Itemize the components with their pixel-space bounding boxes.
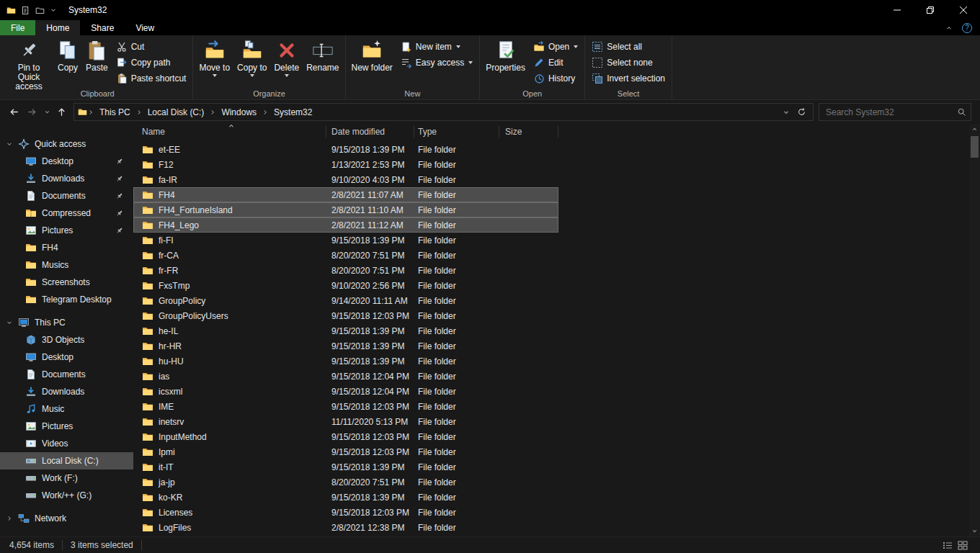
breadcrumb-item-this-pc[interactable]: This PC <box>94 104 135 120</box>
file-row-logfiles[interactable]: LogFiles2/8/2021 12:38 PMFile folder <box>133 520 558 535</box>
sidebar-item-videos[interactable]: Videos <box>0 435 133 452</box>
file-row-ime[interactable]: IME9/15/2018 12:03 PMFile folder <box>133 399 558 414</box>
details-view-icon[interactable] <box>942 539 953 551</box>
vertical-scrollbar[interactable] <box>969 124 980 536</box>
chevron-down-icon[interactable] <box>6 140 13 148</box>
file-row-f12[interactable]: F121/13/2021 2:53 PMFile folder <box>133 157 558 172</box>
paste-shortcut-button[interactable]: Paste shortcut <box>112 71 191 86</box>
sidebar-item-pictures[interactable]: Pictures <box>0 222 133 239</box>
tab-view[interactable]: View <box>125 20 165 35</box>
refresh-icon[interactable] <box>797 107 806 117</box>
move-to-button[interactable]: Move to <box>195 37 233 77</box>
breadcrumb-item-windows[interactable]: Windows <box>216 104 262 120</box>
chevron-right-icon[interactable] <box>6 515 13 522</box>
tab-home[interactable]: Home <box>35 20 80 35</box>
sidebar-item-documents[interactable]: Documents <box>0 187 133 204</box>
chevron-down-icon[interactable] <box>6 319 13 326</box>
scroll-up-icon[interactable] <box>969 124 980 135</box>
file-row-inputmethod[interactable]: InputMethod9/15/2018 12:03 PMFile folder <box>133 429 558 444</box>
select-all-button[interactable]: Select all <box>587 39 669 55</box>
sidebar-item-telegram-desktop[interactable]: Telegram Desktop <box>0 291 133 308</box>
invert-selection-button[interactable]: Invert selection <box>587 71 669 86</box>
copy-to-button[interactable]: Copy to <box>233 37 270 77</box>
breadcrumb-chevron-icon[interactable] <box>135 109 143 116</box>
sidebar-item-desktop[interactable]: Desktop <box>0 153 133 170</box>
file-row-he-il[interactable]: he-IL9/15/2018 1:39 PMFile folder <box>133 323 558 338</box>
scrollbar-track[interactable] <box>969 135 980 526</box>
paste-button[interactable]: Paste <box>82 37 112 73</box>
file-row-it-it[interactable]: it-IT9/15/2018 1:39 PMFile folder <box>133 459 558 475</box>
scroll-down-icon[interactable] <box>969 526 980 536</box>
file-row-icsxml[interactable]: icsxml9/15/2018 12:04 PMFile folder <box>133 384 558 399</box>
sidebar-item-local-disk-c[interactable]: Local Disk (C:) <box>0 452 133 469</box>
file-row-fh4-lego[interactable]: FH4_Lego2/8/2021 11:12 AMFile folder <box>133 217 558 233</box>
sidebar-item-work-g[interactable]: Work/++ (G:) <box>0 487 133 504</box>
minimize-button[interactable] <box>881 0 914 20</box>
tab-file[interactable]: File <box>0 20 35 35</box>
collapse-ribbon-icon[interactable] <box>945 24 953 32</box>
file-row-ipmi[interactable]: Ipmi9/15/2018 12:03 PMFile folder <box>133 444 558 459</box>
help-icon[interactable]: ? <box>962 23 972 33</box>
up-icon[interactable] <box>53 103 71 121</box>
breadcrumb-chevron-icon[interactable] <box>87 109 94 116</box>
breadcrumb-chevron-icon[interactable] <box>262 109 269 116</box>
sidebar-item-downloads[interactable]: Downloads <box>0 170 133 187</box>
file-row-licenses[interactable]: Licenses9/15/2018 12:03 PMFile folder <box>133 505 558 520</box>
breadcrumb-item-system32[interactable]: System32 <box>269 104 317 120</box>
search-box[interactable] <box>819 103 971 121</box>
file-row-fr-fr[interactable]: fr-FR8/20/2020 7:51 PMFile folder <box>133 263 558 278</box>
properties-button[interactable]: Properties <box>482 37 529 73</box>
cut-button[interactable]: Cut <box>112 39 191 55</box>
file-row-inetsrv[interactable]: inetsrv11/11/2020 5:13 PMFile folder <box>133 414 558 429</box>
file-row-fr-ca[interactable]: fr-CA8/20/2020 7:51 PMFile folder <box>133 248 558 263</box>
file-row-fa-ir[interactable]: fa-IR9/10/2020 4:03 PMFile folder <box>133 172 558 187</box>
back-icon[interactable] <box>5 103 23 121</box>
address-dropdown-icon[interactable] <box>783 109 790 116</box>
restore-button[interactable] <box>914 0 947 20</box>
column-header-date-modified[interactable]: Date modified <box>326 126 414 138</box>
history-button[interactable]: History <box>529 71 582 86</box>
sidebar-item-3d-objects[interactable]: 3D Objects <box>0 331 133 349</box>
file-row-fh4[interactable]: FH42/8/2021 11:07 AMFile folder <box>133 187 558 202</box>
sidebar-item-downloads[interactable]: Downloads <box>0 383 133 400</box>
sidebar-item-desktop[interactable]: Desktop <box>0 349 133 366</box>
file-row-grouppolicy[interactable]: GroupPolicy9/14/2020 11:11 AMFile folder <box>133 293 558 308</box>
breadcrumb-item-local-disk-c[interactable]: Local Disk (C:) <box>143 104 210 120</box>
sidebar-item-work-f[interactable]: Work (F:) <box>0 469 133 487</box>
new-item-button[interactable]: New item <box>396 39 477 55</box>
file-row-et-ee[interactable]: et-EE9/15/2018 1:39 PMFile folder <box>133 142 558 157</box>
forward-icon[interactable] <box>23 103 41 121</box>
file-row-ias[interactable]: ias9/15/2018 12:04 PMFile folder <box>133 369 558 384</box>
sort-ascending-icon[interactable] <box>228 122 235 130</box>
file-row-hr-hr[interactable]: hr-HR9/15/2018 1:39 PMFile folder <box>133 338 558 354</box>
sidebar-item-documents[interactable]: Documents <box>0 366 133 383</box>
search-input[interactable] <box>826 107 957 117</box>
rename-button[interactable]: Rename <box>303 37 342 73</box>
sidebar-section-quick-access[interactable]: Quick access <box>0 135 133 153</box>
breadcrumb-chevron-icon[interactable] <box>209 109 216 116</box>
file-row-ja-jp[interactable]: ja-jp8/20/2020 7:51 PMFile folder <box>133 475 558 490</box>
sidebar-item-musics[interactable]: Musics <box>0 256 133 274</box>
sidebar-item-fh4[interactable]: FH4 <box>0 239 133 256</box>
pin-to-quick-access-button[interactable]: Pin to Quick access <box>4 37 53 91</box>
file-row-fh4-fortuneisland[interactable]: FH4_FortuneIsland2/8/2021 11:10 AMFile f… <box>133 202 558 217</box>
close-button[interactable] <box>947 0 980 20</box>
scrollbar-thumb[interactable] <box>971 136 979 158</box>
sidebar-item-music[interactable]: Music <box>0 400 133 418</box>
file-row-hu-hu[interactable]: hu-HU9/15/2018 1:39 PMFile folder <box>133 354 558 369</box>
large-icons-view-icon[interactable] <box>957 539 968 551</box>
delete-button[interactable]: Delete <box>270 37 303 77</box>
sidebar-item-pictures[interactable]: Pictures <box>0 418 133 435</box>
sidebar-item-compressed[interactable]: Compressed <box>0 204 133 222</box>
file-row-fi-fi[interactable]: fi-FI9/15/2018 1:39 PMFile folder <box>133 233 558 248</box>
sidebar-section-network[interactable]: Network <box>0 510 133 527</box>
sidebar-section-this-pc[interactable]: This PC <box>0 314 133 331</box>
qat-dropdown-icon[interactable] <box>50 6 57 14</box>
recent-locations-icon[interactable] <box>41 103 53 121</box>
sidebar-item-screenshots[interactable]: Screenshots <box>0 274 133 291</box>
column-header-type[interactable]: Type <box>414 126 499 138</box>
column-header-size[interactable]: Size <box>499 126 558 138</box>
file-row-fxstmp[interactable]: FxsTmp9/10/2020 2:56 PMFile folder <box>133 278 558 293</box>
address-bar[interactable]: This PCLocal Disk (C:)WindowsSystem32 <box>74 103 814 121</box>
easy-access-button[interactable]: Easy access <box>396 55 477 71</box>
